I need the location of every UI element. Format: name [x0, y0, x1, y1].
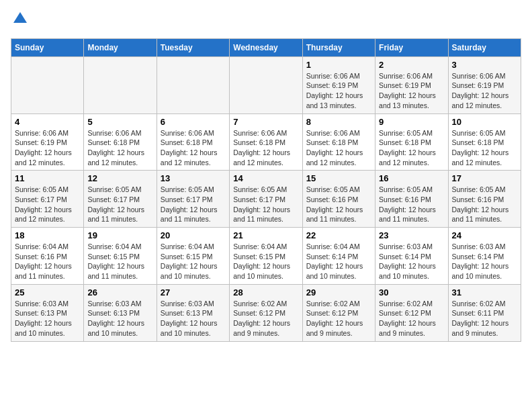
week-row-3: 11Sunrise: 6:05 AM Sunset: 6:17 PM Dayli… — [11, 171, 521, 228]
day-number: 22 — [306, 230, 371, 240]
day-number: 9 — [379, 117, 444, 127]
day-detail: Sunrise: 6:06 AM Sunset: 6:19 PM Dayligh… — [379, 71, 444, 111]
column-header-thursday: Thursday — [302, 38, 375, 56]
day-cell: 29Sunrise: 6:02 AM Sunset: 6:12 PM Dayli… — [302, 284, 375, 341]
column-header-friday: Friday — [375, 38, 448, 56]
day-number: 23 — [379, 230, 444, 240]
day-detail: Sunrise: 6:04 AM Sunset: 6:15 PM Dayligh… — [233, 242, 298, 281]
day-number: 29 — [306, 287, 371, 298]
day-cell: 26Sunrise: 6:03 AM Sunset: 6:13 PM Dayli… — [84, 284, 157, 341]
column-header-tuesday: Tuesday — [157, 38, 229, 56]
day-cell: 25Sunrise: 6:03 AM Sunset: 6:13 PM Dayli… — [11, 284, 84, 341]
day-cell: 4Sunrise: 6:06 AM Sunset: 6:19 PM Daylig… — [11, 113, 84, 171]
day-number: 6 — [161, 117, 226, 127]
day-detail: Sunrise: 6:03 AM Sunset: 6:13 PM Dayligh… — [87, 299, 152, 338]
day-number: 13 — [161, 173, 226, 183]
day-cell: 3Sunrise: 6:06 AM Sunset: 6:19 PM Daylig… — [448, 56, 521, 113]
day-cell: 8Sunrise: 6:06 AM Sunset: 6:18 PM Daylig… — [302, 113, 375, 171]
day-number: 2 — [379, 60, 444, 70]
day-number: 20 — [161, 230, 226, 240]
day-number: 17 — [452, 173, 517, 183]
day-detail: Sunrise: 6:06 AM Sunset: 6:18 PM Dayligh… — [306, 128, 371, 168]
day-cell: 2Sunrise: 6:06 AM Sunset: 6:19 PM Daylig… — [375, 56, 448, 113]
day-number: 7 — [233, 117, 298, 127]
day-detail: Sunrise: 6:05 AM Sunset: 6:17 PM Dayligh… — [233, 185, 298, 224]
day-detail: Sunrise: 6:05 AM Sunset: 6:17 PM Dayligh… — [161, 185, 226, 224]
day-cell: 13Sunrise: 6:05 AM Sunset: 6:17 PM Dayli… — [157, 171, 229, 228]
day-detail: Sunrise: 6:05 AM Sunset: 6:17 PM Dayligh… — [87, 185, 152, 224]
day-cell: 9Sunrise: 6:05 AM Sunset: 6:18 PM Daylig… — [375, 113, 448, 171]
header-row: SundayMondayTuesdayWednesdayThursdayFrid… — [11, 38, 521, 56]
day-cell: 23Sunrise: 6:03 AM Sunset: 6:14 PM Dayli… — [375, 228, 448, 285]
day-cell: 28Sunrise: 6:02 AM Sunset: 6:12 PM Dayli… — [230, 284, 302, 341]
day-cell — [157, 56, 229, 113]
day-detail: Sunrise: 6:04 AM Sunset: 6:14 PM Dayligh… — [306, 242, 371, 281]
svg-marker-0 — [13, 12, 27, 23]
day-detail: Sunrise: 6:03 AM Sunset: 6:14 PM Dayligh… — [452, 242, 517, 281]
day-cell: 1Sunrise: 6:06 AM Sunset: 6:19 PM Daylig… — [302, 56, 375, 113]
week-row-5: 25Sunrise: 6:03 AM Sunset: 6:13 PM Dayli… — [11, 284, 521, 341]
day-detail: Sunrise: 6:06 AM Sunset: 6:19 PM Dayligh… — [15, 128, 80, 168]
day-cell: 12Sunrise: 6:05 AM Sunset: 6:17 PM Dayli… — [84, 171, 157, 228]
day-detail: Sunrise: 6:02 AM Sunset: 6:11 PM Dayligh… — [452, 299, 517, 338]
day-number: 31 — [452, 287, 517, 298]
day-cell: 30Sunrise: 6:02 AM Sunset: 6:12 PM Dayli… — [375, 284, 448, 341]
day-cell — [11, 56, 84, 113]
day-detail: Sunrise: 6:04 AM Sunset: 6:15 PM Dayligh… — [161, 242, 226, 281]
day-number: 1 — [306, 60, 371, 70]
day-detail: Sunrise: 6:02 AM Sunset: 6:12 PM Dayligh… — [233, 299, 298, 338]
day-number: 27 — [161, 287, 226, 298]
day-number: 3 — [452, 60, 517, 70]
day-number: 28 — [233, 287, 298, 298]
day-number: 19 — [87, 230, 152, 240]
day-number: 10 — [452, 117, 517, 127]
week-row-1: 1Sunrise: 6:06 AM Sunset: 6:19 PM Daylig… — [11, 56, 521, 113]
day-number: 25 — [15, 287, 80, 298]
day-cell — [84, 56, 157, 113]
logo-icon — [12, 11, 28, 27]
day-detail: Sunrise: 6:05 AM Sunset: 6:17 PM Dayligh… — [15, 185, 80, 224]
day-detail: Sunrise: 6:03 AM Sunset: 6:13 PM Dayligh… — [15, 299, 80, 338]
day-cell: 20Sunrise: 6:04 AM Sunset: 6:15 PM Dayli… — [157, 228, 229, 285]
page-header — [11, 11, 521, 30]
day-number: 18 — [15, 230, 80, 240]
day-number: 12 — [87, 173, 152, 183]
day-cell: 31Sunrise: 6:02 AM Sunset: 6:11 PM Dayli… — [448, 284, 521, 341]
day-detail: Sunrise: 6:05 AM Sunset: 6:16 PM Dayligh… — [452, 185, 517, 224]
day-number: 14 — [233, 173, 298, 183]
day-cell: 14Sunrise: 6:05 AM Sunset: 6:17 PM Dayli… — [230, 171, 302, 228]
day-cell: 10Sunrise: 6:05 AM Sunset: 6:18 PM Dayli… — [448, 113, 521, 171]
day-number: 26 — [87, 287, 152, 298]
day-detail: Sunrise: 6:03 AM Sunset: 6:14 PM Dayligh… — [379, 242, 444, 281]
day-cell: 19Sunrise: 6:04 AM Sunset: 6:15 PM Dayli… — [84, 228, 157, 285]
day-cell — [230, 56, 302, 113]
day-number: 15 — [306, 173, 371, 183]
day-detail: Sunrise: 6:05 AM Sunset: 6:18 PM Dayligh… — [452, 128, 517, 168]
day-detail: Sunrise: 6:06 AM Sunset: 6:19 PM Dayligh… — [306, 71, 371, 111]
day-cell: 7Sunrise: 6:06 AM Sunset: 6:18 PM Daylig… — [230, 113, 302, 171]
day-cell: 18Sunrise: 6:04 AM Sunset: 6:16 PM Dayli… — [11, 228, 84, 285]
day-detail: Sunrise: 6:05 AM Sunset: 6:16 PM Dayligh… — [379, 185, 444, 224]
day-detail: Sunrise: 6:02 AM Sunset: 6:12 PM Dayligh… — [306, 299, 371, 338]
day-cell: 21Sunrise: 6:04 AM Sunset: 6:15 PM Dayli… — [230, 228, 302, 285]
calendar-table: SundayMondayTuesdayWednesdayThursdayFrid… — [11, 38, 521, 342]
day-cell: 22Sunrise: 6:04 AM Sunset: 6:14 PM Dayli… — [302, 228, 375, 285]
week-row-4: 18Sunrise: 6:04 AM Sunset: 6:16 PM Dayli… — [11, 228, 521, 285]
day-detail: Sunrise: 6:06 AM Sunset: 6:18 PM Dayligh… — [87, 128, 152, 168]
day-detail: Sunrise: 6:06 AM Sunset: 6:19 PM Dayligh… — [452, 71, 517, 111]
day-number: 30 — [379, 287, 444, 298]
day-cell: 16Sunrise: 6:05 AM Sunset: 6:16 PM Dayli… — [375, 171, 448, 228]
day-detail: Sunrise: 6:06 AM Sunset: 6:18 PM Dayligh… — [233, 128, 298, 168]
week-row-2: 4Sunrise: 6:06 AM Sunset: 6:19 PM Daylig… — [11, 113, 521, 171]
day-detail: Sunrise: 6:04 AM Sunset: 6:15 PM Dayligh… — [87, 242, 152, 281]
day-detail: Sunrise: 6:05 AM Sunset: 6:18 PM Dayligh… — [379, 128, 444, 168]
day-cell: 27Sunrise: 6:03 AM Sunset: 6:13 PM Dayli… — [157, 284, 229, 341]
day-cell: 17Sunrise: 6:05 AM Sunset: 6:16 PM Dayli… — [448, 171, 521, 228]
day-number: 8 — [306, 117, 371, 127]
day-cell: 15Sunrise: 6:05 AM Sunset: 6:16 PM Dayli… — [302, 171, 375, 228]
logo — [11, 11, 28, 30]
day-detail: Sunrise: 6:05 AM Sunset: 6:16 PM Dayligh… — [306, 185, 371, 224]
column-header-saturday: Saturday — [448, 38, 521, 56]
day-number: 4 — [15, 117, 80, 127]
day-cell: 24Sunrise: 6:03 AM Sunset: 6:14 PM Dayli… — [448, 228, 521, 285]
